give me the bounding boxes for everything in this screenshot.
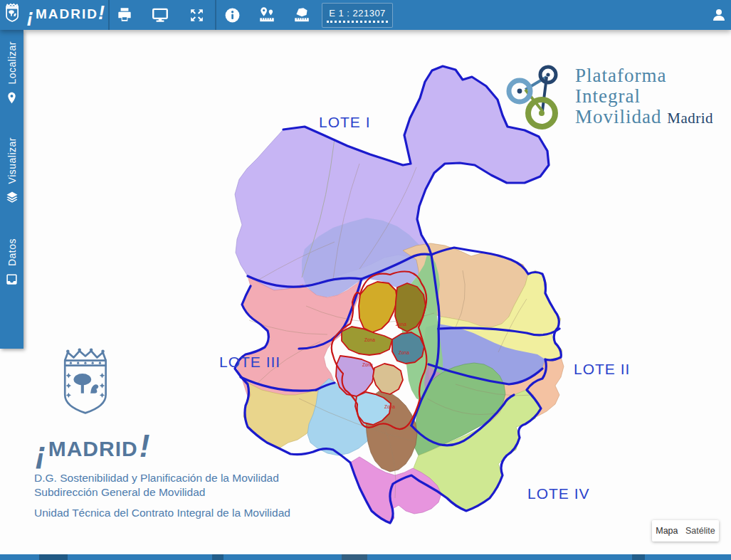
sidebar-item-label: Datos <box>6 238 18 266</box>
location-pin-icon <box>5 91 19 106</box>
madrid-crest <box>58 347 117 428</box>
svg-text:Zona: Zona <box>396 322 406 327</box>
plataforma-suffix: Madrid <box>667 110 713 127</box>
plataforma-line1: Plataforma <box>575 65 713 86</box>
measure-distance-button[interactable] <box>251 2 283 28</box>
sidebar-item-visualizar[interactable]: Visualizar <box>5 137 19 204</box>
svg-text:Zona: Zona <box>362 362 373 367</box>
left-sidebar: Localizar Visualizar Datos <box>0 30 23 349</box>
lote-i-label: LOTE I <box>319 114 371 131</box>
brand-name: MADRID <box>36 6 98 22</box>
satellite-button[interactable]: Satélite <box>684 526 717 536</box>
printer-icon <box>115 6 134 24</box>
svg-text:Zona: Zona <box>384 404 395 409</box>
bottom-bar-segment <box>342 554 367 560</box>
department-line-1: D.G. Sostenibilidad y Planificación de l… <box>34 471 290 485</box>
brand-close: ! <box>98 6 106 20</box>
sidebar-item-label: Localizar <box>6 41 18 85</box>
plataforma-line2: Integral <box>575 86 713 107</box>
print-button[interactable] <box>109 2 140 28</box>
layers-icon <box>5 190 19 204</box>
fullscreen-button[interactable] <box>181 2 212 28</box>
user-button[interactable] <box>703 2 731 28</box>
madrid-wordmark-open: ¡ <box>36 443 47 464</box>
madrid-wordmark-name: MADRID <box>48 437 138 461</box>
app-title: ¡ MADRID ! <box>27 6 106 22</box>
madrid-wordmark: ¡ MADRID ! <box>36 437 290 461</box>
info-button[interactable] <box>216 2 248 28</box>
sidebar-item-datos[interactable]: Datos <box>5 238 19 286</box>
info-icon <box>223 6 241 24</box>
bottom-bar-segment <box>632 554 645 560</box>
bottom-bar-segment <box>212 554 223 560</box>
map-button[interactable]: Mapa <box>654 526 679 536</box>
scale-control[interactable]: E 1 : 221307 <box>322 3 393 28</box>
department-line-3: Unidad Técnica del Contrato Integral de … <box>34 506 290 520</box>
fullscreen-icon <box>188 6 206 24</box>
svg-text:Zona: Zona <box>364 337 375 342</box>
department-line-2: Subdirección General de Movilidad <box>34 485 290 500</box>
user-icon <box>710 6 727 23</box>
inbox-icon <box>5 273 19 286</box>
sidebar-item-label: Visualizar <box>6 137 18 184</box>
app-brand: ¡ MADRID ! <box>4 3 106 26</box>
map-type-control: Mapa Satélite <box>652 520 719 541</box>
scale-dots <box>327 21 388 23</box>
plataforma-logo: Plataforma Integral Movilidad Madrid <box>497 63 713 130</box>
brand-open: ¡ <box>27 9 35 23</box>
madrid-crest-icon <box>4 3 21 26</box>
lote-iv-label: LOTE IV <box>527 485 590 502</box>
bottom-bar-segment <box>39 554 68 560</box>
bottom-bar <box>0 554 731 560</box>
app-window: Zona Zona Zona Zona Zona LOTE I LOTE II … <box>0 0 731 560</box>
lote-ii-label: LOTE II <box>574 361 630 378</box>
madrid-branding: ¡ MADRID ! D.G. Sostenibilidad y Planifi… <box>34 347 290 519</box>
screen-button[interactable] <box>144 2 176 28</box>
plataforma-logo-text: Plataforma Integral Movilidad Madrid <box>575 65 713 127</box>
madrid-wordmark-close: ! <box>140 435 151 457</box>
monitor-icon <box>151 6 169 24</box>
measure-area-icon <box>293 6 311 24</box>
department-lines: D.G. Sostenibilidad y Planificación de l… <box>34 471 290 519</box>
sidebar-item-localizar[interactable]: Localizar <box>5 41 19 106</box>
measure-distance-icon <box>258 6 276 24</box>
measure-area-button[interactable] <box>286 2 317 28</box>
top-toolbar: ¡ MADRID ! <box>0 0 731 30</box>
svg-text:Zona: Zona <box>399 350 409 355</box>
plataforma-line3: Movilidad <box>575 106 662 127</box>
plataforma-network-icon <box>497 63 568 130</box>
scale-label: E 1 : 221307 <box>329 8 386 19</box>
